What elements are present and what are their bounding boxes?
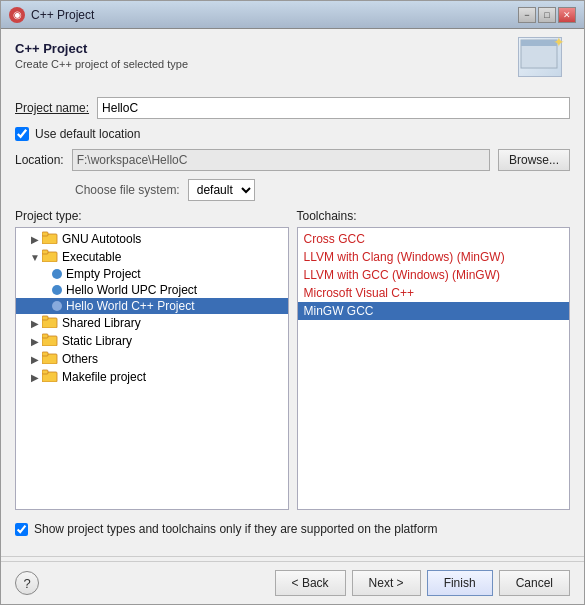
panels-section: Project type: ▶ GNU Autotools ▼ bbox=[15, 209, 570, 510]
minimize-button[interactable]: − bbox=[518, 7, 536, 23]
project-name-row: Project name: bbox=[15, 97, 570, 119]
footer-separator bbox=[1, 556, 584, 557]
project-type-list[interactable]: ▶ GNU Autotools ▼ Executable bbox=[15, 227, 289, 510]
svg-rect-7 bbox=[42, 316, 48, 320]
title-bar-left: ◉ C++ Project bbox=[9, 7, 94, 23]
maximize-button[interactable]: □ bbox=[538, 7, 556, 23]
toolchains-panel: Toolchains: Cross GCC LLVM with Clang (W… bbox=[297, 209, 571, 510]
tree-item-makefile-project[interactable]: ▶ Makefile project bbox=[16, 368, 288, 386]
folder-icon bbox=[42, 351, 58, 367]
item-label: Hello World UPC Project bbox=[66, 283, 197, 297]
svg-rect-1 bbox=[521, 40, 557, 46]
content-area: C++ Project Create C++ project of select… bbox=[1, 29, 584, 552]
header-text-block: C++ Project Create C++ project of select… bbox=[15, 41, 188, 70]
help-button[interactable]: ? bbox=[15, 571, 39, 595]
toolchain-cross-gcc[interactable]: Cross GCC bbox=[298, 230, 570, 248]
header-icon-graphic: ✦ bbox=[518, 37, 562, 77]
item-label: GNU Autotools bbox=[62, 232, 141, 246]
item-label: Executable bbox=[62, 250, 121, 264]
bullet-icon bbox=[52, 285, 62, 295]
project-name-input[interactable] bbox=[97, 97, 570, 119]
footer: ? < Back Next > Finish Cancel bbox=[1, 561, 584, 604]
item-label: Empty Project bbox=[66, 267, 141, 281]
expand-icon: ▶ bbox=[28, 372, 42, 383]
project-type-panel: Project type: ▶ GNU Autotools ▼ bbox=[15, 209, 289, 510]
window-title: C++ Project bbox=[31, 8, 94, 22]
tree-item-static-library[interactable]: ▶ Static Library bbox=[16, 332, 288, 350]
bullet-icon bbox=[52, 269, 62, 279]
location-label: Location: bbox=[15, 153, 64, 167]
use-default-checkbox[interactable] bbox=[15, 127, 29, 141]
toolchain-llvm-gcc[interactable]: LLVM with GCC (Windows) (MinGW) bbox=[298, 266, 570, 284]
filesystem-row: Choose file system: default bbox=[15, 179, 570, 201]
project-type-label: Project type: bbox=[15, 209, 289, 223]
finish-button[interactable]: Finish bbox=[427, 570, 493, 596]
footer-buttons: < Back Next > Finish Cancel bbox=[275, 570, 570, 596]
expand-icon: ▶ bbox=[28, 354, 42, 365]
window: ◉ C++ Project − □ ✕ C++ Project Create C… bbox=[0, 0, 585, 605]
expand-icon: ▶ bbox=[28, 318, 42, 329]
footer-left: ? bbox=[15, 571, 39, 595]
toolchain-mingw-gcc[interactable]: MinGW GCC bbox=[298, 302, 570, 320]
use-default-label[interactable]: Use default location bbox=[35, 127, 140, 141]
tree-item-shared-library[interactable]: ▶ Shared Library bbox=[16, 314, 288, 332]
tree-item-others[interactable]: ▶ Others bbox=[16, 350, 288, 368]
bottom-checkbox-row: Show project types and toolchains only i… bbox=[15, 518, 570, 540]
tree-item-gnu-autotools[interactable]: ▶ GNU Autotools bbox=[16, 230, 288, 248]
header-section: C++ Project Create C++ project of select… bbox=[15, 41, 570, 85]
tree-item-hello-world-cpp[interactable]: Hello World C++ Project bbox=[16, 298, 288, 314]
item-label: Hello World C++ Project bbox=[66, 299, 195, 313]
svg-rect-11 bbox=[42, 352, 48, 356]
expand-icon: ▼ bbox=[28, 252, 42, 263]
browse-button[interactable]: Browse... bbox=[498, 149, 570, 171]
svg-rect-13 bbox=[42, 370, 48, 374]
bullet-icon bbox=[52, 301, 62, 311]
window-icon: ◉ bbox=[9, 7, 25, 23]
show-supported-checkbox[interactable] bbox=[15, 523, 28, 536]
expand-icon: ▶ bbox=[28, 336, 42, 347]
folder-icon bbox=[42, 369, 58, 385]
toolchains-label: Toolchains: bbox=[297, 209, 571, 223]
close-button[interactable]: ✕ bbox=[558, 7, 576, 23]
filesystem-label: Choose file system: bbox=[75, 183, 180, 197]
item-label: Makefile project bbox=[62, 370, 146, 384]
back-button[interactable]: < Back bbox=[275, 570, 346, 596]
toolchain-llvm-clang[interactable]: LLVM with Clang (Windows) (MinGW) bbox=[298, 248, 570, 266]
tree-item-empty-project[interactable]: Empty Project bbox=[16, 266, 288, 282]
item-label: Shared Library bbox=[62, 316, 141, 330]
toolchains-list[interactable]: Cross GCC LLVM with Clang (Windows) (Min… bbox=[297, 227, 571, 510]
title-bar-controls: − □ ✕ bbox=[518, 7, 576, 23]
svg-rect-3 bbox=[42, 232, 48, 236]
title-bar: ◉ C++ Project − □ ✕ bbox=[1, 1, 584, 29]
item-label: Static Library bbox=[62, 334, 132, 348]
page-title: C++ Project bbox=[15, 41, 188, 56]
cancel-button[interactable]: Cancel bbox=[499, 570, 570, 596]
svg-rect-9 bbox=[42, 334, 48, 338]
folder-icon bbox=[42, 249, 58, 265]
toolchain-msvc[interactable]: Microsoft Visual C++ bbox=[298, 284, 570, 302]
use-default-location-row: Use default location bbox=[15, 127, 570, 141]
item-label: Others bbox=[62, 352, 98, 366]
location-row: Location: Browse... bbox=[15, 149, 570, 171]
star-icon: ✦ bbox=[553, 34, 565, 50]
show-supported-label[interactable]: Show project types and toolchains only i… bbox=[34, 522, 438, 536]
header-icon: ✦ bbox=[518, 37, 570, 85]
tree-item-executable[interactable]: ▼ Executable bbox=[16, 248, 288, 266]
tree-item-hello-world-upc[interactable]: Hello World UPC Project bbox=[16, 282, 288, 298]
location-input[interactable] bbox=[72, 149, 490, 171]
folder-icon bbox=[42, 333, 58, 349]
folder-icon bbox=[42, 231, 58, 247]
project-name-label: Project name: bbox=[15, 101, 89, 115]
page-subtitle: Create C++ project of selected type bbox=[15, 58, 188, 70]
expand-icon: ▶ bbox=[28, 234, 42, 245]
filesystem-select[interactable]: default bbox=[188, 179, 255, 201]
folder-icon bbox=[42, 315, 58, 331]
next-button[interactable]: Next > bbox=[352, 570, 421, 596]
svg-rect-5 bbox=[42, 250, 48, 254]
